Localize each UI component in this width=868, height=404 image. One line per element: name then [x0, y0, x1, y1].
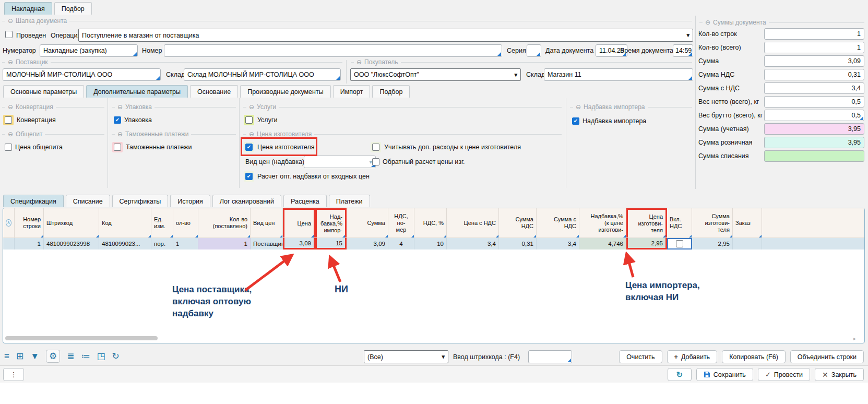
- services-checkbox-row[interactable]: Услуги: [244, 115, 277, 125]
- col-header-8[interactable]: Цена: [283, 208, 315, 237]
- collapse-group-icon[interactable]: ⊖: [249, 131, 254, 137]
- add-button[interactable]: +Добавить: [667, 350, 718, 363]
- row-cell-17[interactable]: 2,95: [626, 238, 667, 249]
- row-cell-12[interactable]: 10: [414, 238, 447, 249]
- row-cell-13[interactable]: 3,4: [447, 238, 499, 249]
- spec-tab-0[interactable]: Спецификация: [3, 195, 64, 207]
- row-cell-5[interactable]: 1: [173, 238, 198, 249]
- row-cell-18[interactable]: [667, 238, 692, 249]
- supplier-warehouse-field[interactable]: Склад МОЛОЧНЫЙ МИР-СТОЛИЦА ООО: [184, 68, 341, 81]
- top-tab-0[interactable]: Накладная: [4, 2, 52, 15]
- col-header-17[interactable]: Цена изготови- теля: [626, 208, 667, 237]
- col-header-6[interactable]: Кол-во (поставлено): [198, 208, 251, 237]
- totals-value-8[interactable]: 3,95: [764, 137, 864, 148]
- customs-checkbox[interactable]: [114, 144, 121, 151]
- collapse-group-icon[interactable]: ⊖: [117, 131, 123, 137]
- row-cell-1[interactable]: 1: [15, 238, 44, 249]
- merge-rows-button[interactable]: Объединить строки: [790, 350, 864, 363]
- menu-button[interactable]: ⋮: [3, 368, 24, 381]
- param-tab-5[interactable]: Подбор: [372, 85, 410, 98]
- buyer-select[interactable]: ООО "ЛюксСофтОпт" ▾: [350, 68, 521, 81]
- barcode-input[interactable]: [528, 350, 572, 363]
- row-cell-6[interactable]: 1: [198, 238, 251, 249]
- numbered-list-icon[interactable]: ≣: [67, 352, 74, 361]
- scrollbar-thumb[interactable]: [5, 336, 158, 340]
- totals-value-4[interactable]: 3,4: [764, 82, 864, 94]
- collapse-group-icon[interactable]: ⊖: [249, 104, 254, 110]
- filter-select[interactable]: (Все) ▾: [364, 350, 448, 363]
- row-cell-19[interactable]: 2,95: [692, 238, 733, 249]
- collapse-rows-icon[interactable]: ∧: [6, 219, 11, 227]
- param-tab-0[interactable]: Основные параметры: [3, 85, 84, 98]
- row-cell-9[interactable]: 15: [315, 238, 347, 249]
- spec-tab-2[interactable]: Сертификаты: [112, 195, 169, 207]
- row-cell-16[interactable]: 4,746: [579, 238, 626, 249]
- spec-tab-3[interactable]: История: [170, 195, 210, 207]
- param-tab-3[interactable]: Производные документы: [240, 85, 331, 98]
- col-header-7[interactable]: Вид цен: [251, 208, 283, 237]
- totals-value-1[interactable]: 1: [764, 42, 864, 53]
- col-header-1[interactable]: Номер строки: [15, 208, 44, 237]
- importer-markup-checkbox-row[interactable]: Надбавка импортера: [572, 116, 646, 126]
- importer-markup-checkbox[interactable]: [572, 117, 579, 125]
- collapse-group-icon[interactable]: ⊖: [117, 104, 123, 110]
- row-cell-11[interactable]: 4: [388, 238, 414, 249]
- series-field[interactable]: [527, 44, 541, 57]
- packaging-checkbox-row[interactable]: Упаковка: [114, 115, 152, 125]
- row-cell-15[interactable]: 3,4: [537, 238, 579, 249]
- row-cell-4[interactable]: пор.: [151, 238, 173, 249]
- spec-tab-5[interactable]: Расценка: [283, 195, 327, 207]
- col-header-13[interactable]: Цена с НДС: [447, 208, 499, 237]
- col-header-18[interactable]: Вкл. НДС: [667, 208, 692, 237]
- row-cell-8[interactable]: 3,09: [283, 238, 315, 249]
- catering-checkbox[interactable]: [5, 144, 12, 151]
- number-field[interactable]: [164, 44, 502, 57]
- operation-select[interactable]: Поступление в магазин от поставщика ▾: [78, 29, 693, 42]
- row-cell-3[interactable]: 4810099023...: [99, 238, 151, 249]
- collapse-group-icon[interactable]: ⊖: [576, 104, 581, 110]
- totals-value-9[interactable]: [764, 150, 864, 162]
- conversion-checkbox-row[interactable]: Конвертация: [3, 115, 56, 125]
- posted-checkbox[interactable]: [5, 31, 13, 38]
- conversion-checkbox[interactable]: [5, 116, 12, 124]
- col-header-3[interactable]: Код: [99, 208, 151, 237]
- settings-gear-icon[interactable]: ⚙: [46, 350, 60, 363]
- horizontal-scrollbar[interactable]: ▸: [5, 336, 856, 341]
- collapse-group-icon[interactable]: ⊖: [8, 104, 13, 110]
- param-tab-4[interactable]: Импорт: [333, 85, 371, 98]
- customs-checkbox-row[interactable]: Таможенные платежи: [112, 142, 192, 152]
- row-cell-0[interactable]: [3, 238, 15, 249]
- col-header-19[interactable]: Сумма изготови- теля: [692, 208, 733, 237]
- row-cell-10[interactable]: 3,09: [347, 238, 388, 249]
- services-checkbox[interactable]: [245, 116, 253, 124]
- clear-button[interactable]: Очистить: [619, 350, 662, 363]
- collapse-group-icon[interactable]: ⊖: [8, 59, 13, 65]
- collapse-group-icon[interactable]: ⊖: [356, 59, 362, 65]
- col-header-2[interactable]: Штрихкод: [44, 208, 99, 237]
- col-header-14[interactable]: Сумма НДС: [499, 208, 537, 237]
- col-header-4[interactable]: Ед. изм.: [151, 208, 173, 237]
- open-external-icon[interactable]: ◳: [97, 352, 105, 361]
- col-header-11[interactable]: НДС, но- мер: [388, 208, 414, 237]
- col-header-20[interactable]: Заказ: [733, 208, 762, 237]
- collapse-group-icon[interactable]: ⊖: [705, 19, 710, 26]
- refresh-button[interactable]: ↻: [668, 368, 692, 381]
- collapse-group-icon[interactable]: ⊖: [8, 131, 13, 137]
- document-time-field[interactable]: 14:59: [673, 44, 693, 57]
- filter-icon[interactable]: ▼: [30, 352, 39, 361]
- col-header-16[interactable]: Надбавка,% (к цене изготови-: [579, 208, 626, 237]
- table-row[interactable]: 148100990239984810099023...пор.11Поставщ…: [3, 238, 864, 249]
- post-button[interactable]: ✓Провести: [758, 368, 810, 381]
- vat-included-checkbox[interactable]: [676, 240, 683, 247]
- save-button[interactable]: Сохранить: [696, 368, 753, 381]
- row-cell-7[interactable]: Поставщик...: [251, 238, 283, 249]
- row-cell-20[interactable]: [733, 238, 762, 249]
- totals-value-0[interactable]: 1: [764, 28, 864, 40]
- param-tab-1[interactable]: Дополнительные параметры: [86, 85, 188, 98]
- packaging-checkbox[interactable]: [114, 116, 121, 124]
- reverse-calc-checkbox-row[interactable]: Обратный расчет цены изг.: [372, 157, 465, 167]
- opt-markup-checkbox-row[interactable]: Расчет опт. надбавки от входных цен: [244, 171, 370, 182]
- copy-button[interactable]: Копировать (F6): [722, 350, 786, 363]
- buyer-warehouse-field[interactable]: Магазин 11: [544, 68, 693, 81]
- grid-view-icon[interactable]: ⊞: [16, 352, 23, 361]
